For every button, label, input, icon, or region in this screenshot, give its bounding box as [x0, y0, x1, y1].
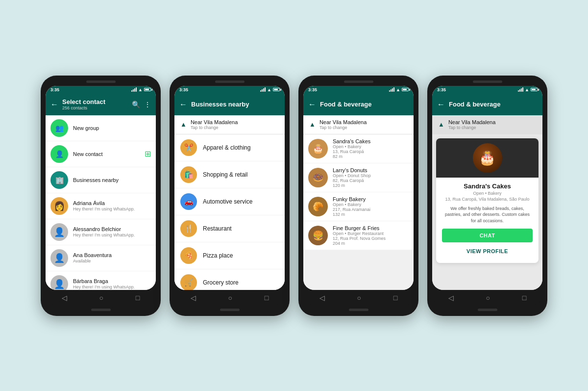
signal-bar-1	[131, 90, 132, 92]
chat-button[interactable]: CHAT	[442, 229, 533, 242]
list-item[interactable]: 🍔 Fine Burger & Fries Open • Burger Rest…	[303, 221, 414, 250]
status-bar-4: 3:35 ▲	[432, 86, 542, 94]
nav-bar-4: ◁ ○ □	[432, 290, 542, 306]
business-detail-card: 🎂 Sandra's Cakes Open • Bakery 13, Rua C…	[436, 138, 539, 263]
contact-list-content: 👥 New group 👤 New contact ⊞	[46, 115, 156, 290]
business-info: Larry's Donuts Open • Donut Shop 82, Rua…	[333, 167, 371, 188]
contact-info: New group	[73, 125, 151, 131]
nav-bar-1: ◁ ○ □	[46, 290, 156, 306]
header-title-group-2: Businesses nearby	[191, 101, 280, 108]
back-button-1[interactable]: ←	[50, 100, 58, 109]
contact-info: New contact	[73, 151, 140, 157]
cake-image: 🎂	[473, 143, 502, 173]
wifi-icon-1: ▲	[138, 87, 143, 92]
list-item[interactable]: 👤 Alessandro Belchior Hey there! I'm usi…	[46, 219, 156, 245]
status-time-2: 3:35	[179, 87, 188, 92]
recent-nav-4[interactable]: □	[518, 292, 530, 304]
list-item[interactable]: 👤 Ana Boaventura Available	[46, 245, 156, 271]
contact-info: Alessandro Belchior Hey there! I'm using…	[73, 226, 151, 237]
back-button-4[interactable]: ←	[437, 100, 445, 109]
home-nav-1[interactable]: ○	[96, 292, 107, 304]
business-info: Fine Burger & Fries Open • Burger Restau…	[333, 225, 386, 246]
status-icons-2: ▲	[260, 87, 280, 92]
location-bar-2[interactable]: ▲ Near Vila Madalena Tap to change	[174, 115, 285, 134]
more-icon-1[interactable]: ⋮	[144, 101, 151, 108]
detail-description: We offer freshly baked breads, cakes, pa…	[442, 206, 533, 224]
location-bar-3[interactable]: ▲ Near Vila Madalena Tap to change	[303, 115, 414, 134]
home-nav-3[interactable]: ○	[353, 292, 365, 304]
search-icon-1[interactable]: 🔍	[132, 101, 140, 108]
list-item[interactable]: 🚗 Automotive service	[174, 188, 285, 215]
phone-screen-1: 3:35 ▲ ← Select contact 256 c	[46, 86, 156, 290]
list-item[interactable]: 🍴 Restaurant	[174, 215, 285, 242]
home-nav-4[interactable]: ○	[482, 292, 494, 304]
business-info: Funky Bakery Open • Bakery 217, Rua Aram…	[333, 196, 370, 217]
battery-icon-1	[144, 88, 151, 91]
phone-notch-2	[215, 80, 245, 83]
contact-info: Ana Boaventura Available	[73, 252, 151, 263]
phone-home-3	[349, 309, 368, 311]
businesses-content: ▲ Near Vila Madalena Tap to change ✂️ Ap…	[174, 115, 285, 290]
business-name: Fine Burger & Fries	[333, 225, 386, 231]
location-name-4: Near Vila Madalena	[448, 119, 495, 125]
wifi-icon-4: ▲	[525, 87, 529, 92]
back-nav-2[interactable]: ◁	[187, 292, 200, 304]
contact-info: Bárbara Braga Hey there! I'm using Whats…	[73, 278, 151, 289]
business-addr: 12, Rua Prof. Nova Gomes	[333, 236, 386, 241]
list-item[interactable]: 👩 Adriana Ávila Hey there! I'm using Wha…	[46, 193, 156, 219]
phone-4: 3:35 ▲ ← Food & beverage	[427, 76, 547, 316]
list-item[interactable]: 🛒 Grocery store	[174, 269, 285, 290]
nav-bar-2: ◁ ○ □	[174, 290, 285, 306]
contact-name: Adriana Ávila	[73, 200, 151, 206]
view-profile-button[interactable]: VIEW PROFILE	[442, 244, 533, 258]
detail-business-type: Open • Bakery	[442, 191, 533, 196]
category-icon: ✂️	[180, 139, 197, 156]
list-item[interactable]: 🛍️ Shopping & retail	[174, 161, 285, 188]
business-dist: 82 m	[333, 154, 370, 159]
location-sub-2: Tap to change	[191, 125, 238, 130]
list-item[interactable]: 🥐 Funky Bakery Open • Bakery 217, Rua Ar…	[303, 192, 414, 221]
phone-home-2	[220, 309, 240, 311]
location-icon-2: ▲	[180, 121, 187, 128]
detail-business-addr: 13, Rua Caropá, Vila Madalena, São Paulo	[442, 197, 533, 202]
business-avatar: 🎂	[308, 139, 328, 158]
business-type: Open • Bakery	[333, 144, 370, 149]
location-bar-4[interactable]: ▲ Near Vila Madalena Tap to change	[432, 115, 542, 134]
list-item[interactable]: ✂️ Apparel & clothing	[174, 134, 285, 161]
signal-bars-4	[518, 87, 523, 92]
recent-nav-1[interactable]: □	[132, 292, 144, 304]
phone-home-4	[478, 309, 497, 311]
recent-nav-2[interactable]: □	[261, 292, 272, 304]
list-item[interactable]: 👥 New group	[46, 115, 156, 141]
recent-nav-3[interactable]: □	[390, 292, 401, 304]
category-icon: 🛍️	[180, 166, 197, 183]
list-item[interactable]: 👤 New contact ⊞	[46, 141, 156, 167]
list-item[interactable]: 👤 Bárbara Braga Hey there! I'm using Wha…	[46, 271, 156, 290]
list-item[interactable]: 🍕 Pizza place	[174, 242, 285, 269]
wifi-icon-3: ▲	[396, 87, 400, 92]
home-nav-2[interactable]: ○	[224, 292, 236, 304]
business-name: Larry's Donuts	[333, 167, 371, 173]
list-item[interactable]: 🍩 Larry's Donuts Open • Donut Shop 82, R…	[303, 163, 414, 192]
businesses-nearby-item[interactable]: 🏢 Businesses nearby	[46, 167, 156, 193]
location-info-3: Near Vila Madalena Tap to change	[319, 119, 367, 130]
back-button-2[interactable]: ←	[179, 100, 187, 109]
contact-name: Businesses nearby	[73, 177, 151, 183]
business-addr: 217, Rua Aramanai	[333, 207, 370, 212]
back-nav-4[interactable]: ◁	[444, 292, 458, 304]
back-nav-1[interactable]: ◁	[58, 292, 71, 304]
screen-subtitle-1: 256 contacts	[62, 105, 128, 110]
business-type: Open • Burger Restaurant	[333, 231, 386, 236]
back-nav-3[interactable]: ◁	[316, 292, 329, 304]
signal-bar-1	[260, 90, 261, 92]
list-item[interactable]: 🎂 Sandra's Cakes Open • Bakery 13, Rua C…	[303, 134, 414, 163]
business-avatar: 🍩	[308, 168, 328, 187]
battery-icon-4	[531, 88, 538, 91]
phone-screen-2: 3:35 ▲ ← Businesses nearby	[174, 86, 285, 290]
business-dist: 132 m	[333, 212, 370, 217]
phone-1: 3:35 ▲ ← Select contact 256 c	[41, 76, 161, 316]
header-bar-1: ← Select contact 256 contacts 🔍 ⋮	[46, 94, 156, 115]
phone-notch-3	[344, 80, 373, 83]
back-button-3[interactable]: ←	[308, 100, 316, 109]
signal-bar-3	[392, 88, 393, 92]
